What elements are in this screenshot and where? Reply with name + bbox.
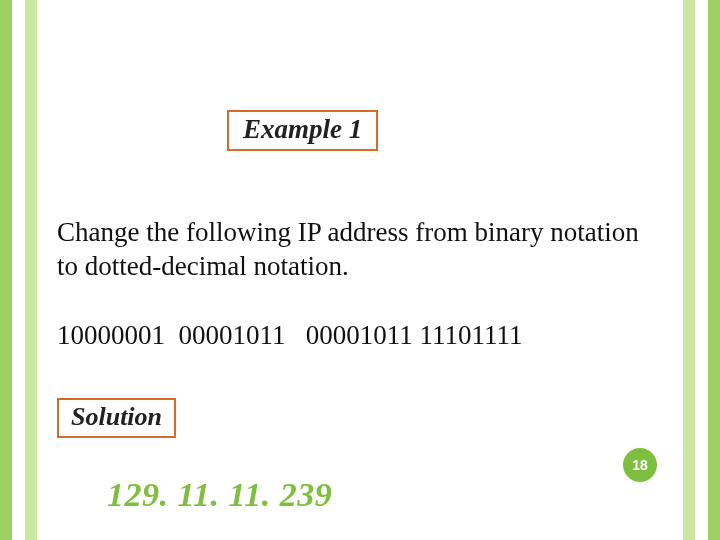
solution-title-box: Solution: [57, 398, 176, 438]
slide-content: Example 1 Change the following IP addres…: [55, 0, 665, 540]
example-title: Example 1: [243, 114, 362, 144]
stripe-outer-left: [0, 0, 12, 540]
problem-statement: Change the following IP address from bin…: [57, 216, 665, 284]
solution-title: Solution: [71, 402, 162, 431]
stripe-inner-right: [683, 0, 695, 540]
example-title-box: Example 1: [227, 110, 378, 151]
page-number-badge: 18: [623, 448, 657, 482]
stripe-inner-left: [25, 0, 37, 540]
page-number: 18: [632, 457, 648, 473]
binary-ip: 10000001 00001011 00001011 11101111: [57, 320, 665, 351]
solution-answer: 129. 11. 11. 239: [107, 476, 332, 514]
stripe-outer-right: [708, 0, 720, 540]
